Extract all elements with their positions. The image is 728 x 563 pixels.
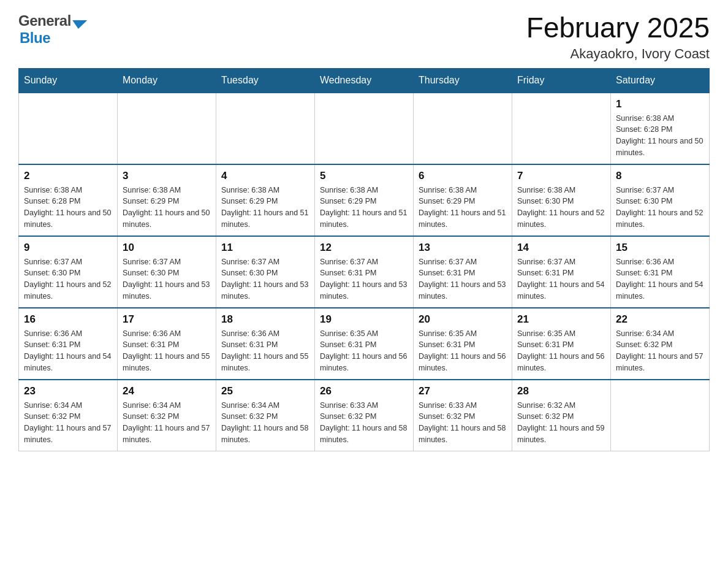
- calendar-cell: 2Sunrise: 6:38 AMSunset: 6:28 PMDaylight…: [19, 164, 118, 236]
- day-info: Sunrise: 6:35 AMSunset: 6:31 PMDaylight:…: [320, 328, 408, 374]
- calendar-cell: 27Sunrise: 6:33 AMSunset: 6:32 PMDayligh…: [414, 380, 512, 451]
- day-number: 8: [616, 170, 704, 182]
- day-info: Sunrise: 6:32 AMSunset: 6:32 PMDaylight:…: [517, 400, 605, 446]
- day-info: Sunrise: 6:34 AMSunset: 6:32 PMDaylight:…: [123, 400, 211, 446]
- day-info: Sunrise: 6:38 AMSunset: 6:29 PMDaylight:…: [221, 185, 309, 231]
- day-info: Sunrise: 6:34 AMSunset: 6:32 PMDaylight:…: [616, 328, 704, 374]
- calendar-cell: 15Sunrise: 6:36 AMSunset: 6:31 PMDayligh…: [611, 236, 710, 308]
- calendar-week-row: 9Sunrise: 6:37 AMSunset: 6:30 PMDaylight…: [19, 236, 710, 308]
- day-number: 27: [419, 385, 507, 397]
- calendar-cell: 14Sunrise: 6:37 AMSunset: 6:31 PMDayligh…: [512, 236, 611, 308]
- calendar-cell: 24Sunrise: 6:34 AMSunset: 6:32 PMDayligh…: [118, 380, 216, 451]
- calendar-cell: 22Sunrise: 6:34 AMSunset: 6:32 PMDayligh…: [611, 308, 710, 380]
- calendar-cell: 5Sunrise: 6:38 AMSunset: 6:29 PMDaylight…: [315, 164, 414, 236]
- calendar-cell: 9Sunrise: 6:37 AMSunset: 6:30 PMDaylight…: [19, 236, 118, 308]
- day-number: 13: [419, 242, 507, 254]
- day-number: 22: [616, 313, 704, 326]
- calendar-cell: 3Sunrise: 6:38 AMSunset: 6:29 PMDaylight…: [118, 164, 216, 236]
- header-saturday: Saturday: [611, 68, 710, 93]
- calendar-cell: [315, 93, 414, 164]
- day-number: 24: [123, 385, 211, 397]
- calendar-cell: 16Sunrise: 6:36 AMSunset: 6:31 PMDayligh…: [19, 308, 118, 380]
- day-number: 16: [24, 313, 112, 326]
- day-number: 3: [123, 170, 211, 182]
- calendar-cell: 19Sunrise: 6:35 AMSunset: 6:31 PMDayligh…: [315, 308, 414, 380]
- day-info: Sunrise: 6:33 AMSunset: 6:32 PMDaylight:…: [419, 400, 507, 446]
- calendar-cell: 13Sunrise: 6:37 AMSunset: 6:31 PMDayligh…: [414, 236, 512, 308]
- day-number: 2: [24, 170, 112, 182]
- calendar-cell: 8Sunrise: 6:37 AMSunset: 6:30 PMDaylight…: [611, 164, 710, 236]
- calendar-cell: 7Sunrise: 6:38 AMSunset: 6:30 PMDaylight…: [512, 164, 611, 236]
- calendar-week-row: 1Sunrise: 6:38 AMSunset: 6:28 PMDaylight…: [19, 93, 710, 164]
- day-info: Sunrise: 6:34 AMSunset: 6:32 PMDaylight:…: [24, 400, 112, 446]
- day-number: 4: [221, 170, 309, 182]
- page-header: General Blue February 2025 Akayaokro, Iv…: [18, 12, 710, 62]
- header-friday: Friday: [512, 68, 611, 93]
- day-number: 6: [419, 170, 507, 182]
- day-info: Sunrise: 6:38 AMSunset: 6:28 PMDaylight:…: [24, 185, 112, 231]
- day-info: Sunrise: 6:37 AMSunset: 6:30 PMDaylight:…: [221, 256, 309, 302]
- day-number: 5: [320, 170, 408, 182]
- day-number: 10: [123, 242, 211, 254]
- day-info: Sunrise: 6:35 AMSunset: 6:31 PMDaylight:…: [517, 328, 605, 374]
- day-number: 20: [419, 313, 507, 326]
- day-info: Sunrise: 6:33 AMSunset: 6:32 PMDaylight:…: [320, 400, 408, 446]
- calendar-cell: [611, 380, 710, 451]
- day-number: 19: [320, 313, 408, 326]
- day-number: 14: [517, 242, 605, 254]
- day-number: 17: [123, 313, 211, 326]
- day-info: Sunrise: 6:37 AMSunset: 6:30 PMDaylight:…: [123, 256, 211, 302]
- day-info: Sunrise: 6:38 AMSunset: 6:29 PMDaylight:…: [123, 185, 211, 231]
- day-info: Sunrise: 6:37 AMSunset: 6:31 PMDaylight:…: [517, 256, 605, 302]
- day-info: Sunrise: 6:37 AMSunset: 6:31 PMDaylight:…: [419, 256, 507, 302]
- header-thursday: Thursday: [414, 68, 512, 93]
- day-info: Sunrise: 6:38 AMSunset: 6:30 PMDaylight:…: [517, 185, 605, 231]
- day-number: 18: [221, 313, 309, 326]
- calendar-cell: 25Sunrise: 6:34 AMSunset: 6:32 PMDayligh…: [216, 380, 315, 451]
- logo-arrow-icon: [71, 20, 87, 29]
- calendar-cell: 18Sunrise: 6:36 AMSunset: 6:31 PMDayligh…: [216, 308, 315, 380]
- day-info: Sunrise: 6:34 AMSunset: 6:32 PMDaylight:…: [221, 400, 309, 446]
- day-number: 23: [24, 385, 112, 397]
- calendar-cell: [118, 93, 216, 164]
- day-info: Sunrise: 6:38 AMSunset: 6:29 PMDaylight:…: [419, 185, 507, 231]
- day-number: 21: [517, 313, 605, 326]
- day-info: Sunrise: 6:38 AMSunset: 6:29 PMDaylight:…: [320, 185, 408, 231]
- day-number: 25: [221, 385, 309, 397]
- calendar-cell: 23Sunrise: 6:34 AMSunset: 6:32 PMDayligh…: [19, 380, 118, 451]
- calendar-header: Sunday Monday Tuesday Wednesday Thursday…: [19, 68, 710, 93]
- day-number: 9: [24, 242, 112, 254]
- calendar-week-row: 23Sunrise: 6:34 AMSunset: 6:32 PMDayligh…: [19, 380, 710, 451]
- calendar-week-row: 16Sunrise: 6:36 AMSunset: 6:31 PMDayligh…: [19, 308, 710, 380]
- day-info: Sunrise: 6:36 AMSunset: 6:31 PMDaylight:…: [24, 328, 112, 374]
- weekday-header-row: Sunday Monday Tuesday Wednesday Thursday…: [19, 68, 710, 93]
- header-wednesday: Wednesday: [315, 68, 414, 93]
- calendar-cell: 10Sunrise: 6:37 AMSunset: 6:30 PMDayligh…: [118, 236, 216, 308]
- calendar-cell: 1Sunrise: 6:38 AMSunset: 6:28 PMDaylight…: [611, 93, 710, 164]
- calendar-cell: 12Sunrise: 6:37 AMSunset: 6:31 PMDayligh…: [315, 236, 414, 308]
- logo: General Blue: [18, 12, 86, 47]
- day-info: Sunrise: 6:37 AMSunset: 6:31 PMDaylight:…: [320, 256, 408, 302]
- day-number: 28: [517, 385, 605, 397]
- title-block: February 2025 Akayaokro, Ivory Coast: [526, 12, 710, 62]
- day-number: 1: [616, 98, 704, 110]
- calendar-cell: 11Sunrise: 6:37 AMSunset: 6:30 PMDayligh…: [216, 236, 315, 308]
- day-info: Sunrise: 6:35 AMSunset: 6:31 PMDaylight:…: [419, 328, 507, 374]
- calendar-cell: 20Sunrise: 6:35 AMSunset: 6:31 PMDayligh…: [414, 308, 512, 380]
- calendar-cell: 17Sunrise: 6:36 AMSunset: 6:31 PMDayligh…: [118, 308, 216, 380]
- calendar-week-row: 2Sunrise: 6:38 AMSunset: 6:28 PMDaylight…: [19, 164, 710, 236]
- calendar-cell: 26Sunrise: 6:33 AMSunset: 6:32 PMDayligh…: [315, 380, 414, 451]
- calendar-cell: [512, 93, 611, 164]
- header-monday: Monday: [118, 68, 216, 93]
- day-number: 11: [221, 242, 309, 254]
- calendar-body: 1Sunrise: 6:38 AMSunset: 6:28 PMDaylight…: [19, 93, 710, 451]
- calendar-subtitle: Akayaokro, Ivory Coast: [526, 46, 710, 62]
- calendar-cell: [414, 93, 512, 164]
- day-number: 26: [320, 385, 408, 397]
- calendar-cell: 4Sunrise: 6:38 AMSunset: 6:29 PMDaylight…: [216, 164, 315, 236]
- day-info: Sunrise: 6:38 AMSunset: 6:28 PMDaylight:…: [616, 113, 704, 159]
- header-sunday: Sunday: [19, 68, 118, 93]
- day-info: Sunrise: 6:37 AMSunset: 6:30 PMDaylight:…: [616, 185, 704, 231]
- calendar-table: Sunday Monday Tuesday Wednesday Thursday…: [18, 68, 710, 451]
- calendar-cell: [216, 93, 315, 164]
